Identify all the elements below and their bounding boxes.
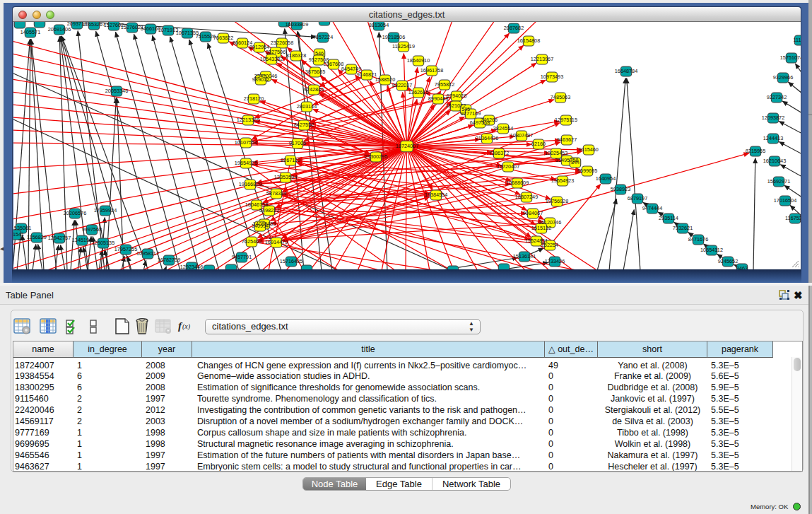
svg-text:9327506: 9327506 bbox=[266, 49, 286, 55]
svg-text:18640910: 18640910 bbox=[407, 57, 430, 64]
svg-text:10107554: 10107554 bbox=[235, 139, 257, 146]
svg-text:8267110: 8267110 bbox=[281, 157, 300, 163]
svg-text:746266: 746266 bbox=[481, 117, 498, 123]
svg-text:16648784: 16648784 bbox=[615, 68, 637, 74]
svg-text:23300295: 23300295 bbox=[365, 153, 387, 160]
svg-text:20206576: 20206576 bbox=[64, 210, 86, 216]
svg-text:7386372: 7386372 bbox=[489, 150, 509, 156]
svg-text:10653267: 10653267 bbox=[83, 22, 105, 28]
svg-text:10543382: 10543382 bbox=[260, 56, 283, 62]
svg-text:9242845: 9242845 bbox=[304, 86, 324, 93]
svg-text:12975115: 12975115 bbox=[555, 117, 577, 123]
svg-text:7625402: 7625402 bbox=[242, 238, 261, 245]
svg-text:10958117: 10958117 bbox=[136, 250, 159, 257]
svg-text:(x): (x) bbox=[182, 322, 191, 331]
svg-text:7932621: 7932621 bbox=[673, 225, 693, 231]
svg-text:16914479: 16914479 bbox=[265, 239, 288, 245]
svg-text:546: 546 bbox=[315, 50, 324, 57]
svg-text:1345194: 1345194 bbox=[72, 237, 92, 243]
svg-text:5498222: 5498222 bbox=[259, 207, 279, 214]
svg-text:1405571: 1405571 bbox=[20, 29, 40, 35]
svg-text:7955812: 7955812 bbox=[435, 81, 454, 88]
svg-text:12353594: 12353594 bbox=[274, 174, 297, 180]
svg-text:19654925: 19654925 bbox=[235, 160, 257, 166]
svg-text:989012: 989012 bbox=[252, 76, 269, 83]
svg-text:11172: 11172 bbox=[793, 37, 801, 43]
svg-text:2935114: 2935114 bbox=[659, 215, 678, 221]
svg-text:9115460: 9115460 bbox=[579, 146, 599, 153]
svg-text:8186328: 8186328 bbox=[286, 52, 306, 59]
svg-text:2087682: 2087682 bbox=[504, 25, 524, 31]
svg-text:844: 844 bbox=[571, 159, 579, 165]
svg-text:18724007: 18724007 bbox=[396, 143, 418, 149]
svg-text:1156829: 1156829 bbox=[27, 234, 47, 240]
svg-text:16961758: 16961758 bbox=[420, 67, 443, 74]
svg-text:1535061: 1535061 bbox=[13, 225, 31, 231]
svg-text:9245652: 9245652 bbox=[718, 258, 738, 264]
svg-text:8813054: 8813054 bbox=[369, 22, 389, 28]
svg-text:16154808: 16154808 bbox=[517, 37, 540, 44]
svg-text:12213967: 12213967 bbox=[531, 56, 553, 62]
svg-text:19756928: 19756928 bbox=[546, 198, 568, 204]
svg-text:7663822: 7663822 bbox=[213, 35, 233, 41]
svg-text:9474444: 9474444 bbox=[642, 205, 662, 211]
svg-text:9997568: 9997568 bbox=[82, 226, 102, 233]
svg-text:17016504: 17016504 bbox=[774, 197, 796, 204]
svg-text:19166829: 19166829 bbox=[239, 181, 261, 187]
svg-text:1615132: 1615132 bbox=[531, 225, 551, 231]
svg-text:10654112: 10654112 bbox=[700, 247, 723, 253]
svg-text:9329966: 9329966 bbox=[773, 74, 793, 81]
svg-text:15716485: 15716485 bbox=[280, 258, 302, 264]
svg-text:9457791: 9457791 bbox=[232, 254, 252, 260]
svg-text:12093872: 12093872 bbox=[762, 115, 784, 121]
svg-text:18807249: 18807249 bbox=[515, 194, 538, 200]
svg-text:8215955: 8215955 bbox=[746, 148, 765, 154]
svg-text:9463: 9463 bbox=[736, 265, 748, 269]
svg-text:1244413: 1244413 bbox=[763, 135, 783, 141]
svg-text:8322037: 8322037 bbox=[392, 82, 412, 88]
svg-text:10807487: 10807487 bbox=[510, 132, 533, 139]
svg-text:16033809: 16033809 bbox=[286, 22, 308, 28]
svg-text:2803144: 2803144 bbox=[297, 103, 317, 110]
svg-text:16210643: 16210643 bbox=[763, 158, 786, 164]
svg-text:12505135: 12505135 bbox=[92, 240, 114, 246]
svg-text:1167533: 1167533 bbox=[785, 215, 801, 221]
svg-text:62160: 62160 bbox=[531, 141, 546, 147]
svg-text:8990448: 8990448 bbox=[428, 95, 448, 102]
svg-text:8471676: 8471676 bbox=[688, 236, 708, 243]
svg-text:17359924: 17359924 bbox=[94, 207, 117, 214]
svg-text:9227342: 9227342 bbox=[767, 94, 787, 100]
svg-text:5878334: 5878334 bbox=[266, 190, 286, 197]
svg-text:5938923: 5938923 bbox=[611, 186, 630, 192]
svg-text:15692971: 15692971 bbox=[767, 178, 790, 185]
svg-text:2718120: 2718120 bbox=[244, 95, 264, 102]
svg-text:9463627: 9463627 bbox=[557, 136, 577, 143]
svg-text:15720407: 15720407 bbox=[497, 163, 519, 170]
svg-text:19654923: 19654923 bbox=[551, 177, 574, 184]
svg-text:11325419: 11325419 bbox=[392, 43, 415, 49]
svg-text:1362615: 1362615 bbox=[408, 89, 428, 95]
svg-text:15751074: 15751074 bbox=[780, 54, 801, 61]
svg-text:15136141: 15136141 bbox=[513, 253, 536, 259]
svg-text:12942757: 12942757 bbox=[48, 235, 71, 241]
svg-text:1733426: 1733426 bbox=[545, 258, 565, 264]
svg-text:10025453: 10025453 bbox=[545, 150, 567, 156]
svg-text:7485063: 7485063 bbox=[551, 94, 570, 100]
svg-text:19218506: 19218506 bbox=[382, 34, 405, 40]
svg-text:7857224: 7857224 bbox=[313, 34, 333, 40]
svg-text:21364436: 21364436 bbox=[476, 135, 498, 141]
svg-text:917006: 917006 bbox=[289, 140, 306, 146]
svg-text:6879197: 6879197 bbox=[628, 195, 647, 201]
svg-text:9777169: 9777169 bbox=[461, 110, 481, 117]
svg-text:9084067: 9084067 bbox=[523, 210, 543, 216]
svg-text:3824554: 3824554 bbox=[493, 125, 513, 132]
svg-text:9699695: 9699695 bbox=[577, 168, 597, 174]
svg-text:6794028: 6794028 bbox=[447, 93, 466, 99]
svg-text:12213389: 12213389 bbox=[237, 117, 259, 123]
svg-text:20053346: 20053346 bbox=[105, 88, 128, 94]
svg-text:252254: 252254 bbox=[541, 242, 558, 248]
svg-text:9146821: 9146821 bbox=[357, 71, 377, 78]
svg-text:10688609: 10688609 bbox=[506, 180, 529, 186]
svg-text:10973493: 10973493 bbox=[541, 74, 563, 80]
svg-text:8427552: 8427552 bbox=[294, 122, 314, 128]
